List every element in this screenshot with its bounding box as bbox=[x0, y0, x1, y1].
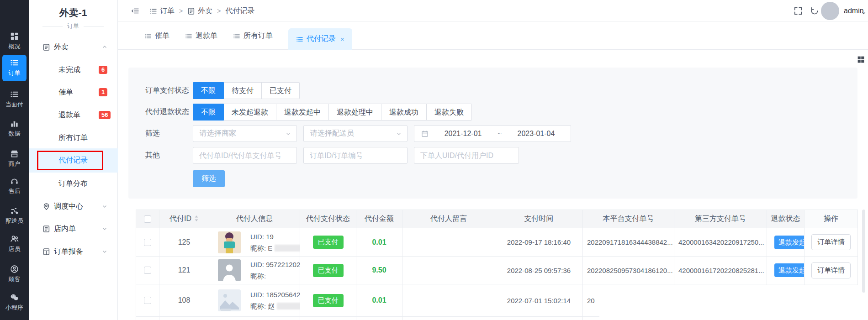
tab-urge-orders[interactable]: 催单 bbox=[144, 22, 169, 50]
payer-avatar-placeholder[interactable] bbox=[218, 259, 241, 281]
sidebar-group-instore-orders[interactable]: 店内单 bbox=[29, 221, 118, 236]
payer-info: UID: 957221202昵称: bbox=[209, 259, 300, 282]
amount: 9.50 bbox=[372, 266, 386, 274]
row-checkbox[interactable] bbox=[144, 297, 151, 304]
payer-message bbox=[402, 228, 495, 257]
data-chart-icon bbox=[10, 119, 19, 128]
breadcrumb-separator: > bbox=[179, 7, 183, 15]
customer-icon bbox=[10, 265, 19, 273]
pay-status-option-paid[interactable]: 已支付 bbox=[262, 82, 300, 99]
date-start[interactable]: 2021-12-01 bbox=[429, 130, 498, 138]
chevron-down-icon bbox=[396, 131, 402, 136]
calendar-icon bbox=[421, 130, 429, 137]
breadcrumb-orders[interactable]: 订单 bbox=[160, 6, 175, 16]
tab-paylog-active[interactable]: 代付记录 × bbox=[288, 28, 352, 50]
filter-submit-button[interactable]: 筛选 bbox=[193, 170, 225, 187]
pay-time: 2022-08-25 09:57:36 bbox=[495, 257, 583, 284]
paylog-id: 121 bbox=[159, 257, 209, 284]
sidebar-item-order-distribution[interactable]: 订单分布 bbox=[29, 176, 118, 191]
breadcrumb-paylog: 代付记录 bbox=[225, 6, 254, 16]
aftersale-headset-icon bbox=[10, 177, 19, 185]
payer-uid: UID: 1852056428 bbox=[250, 291, 300, 299]
col-message: 代付人留言 bbox=[402, 210, 495, 228]
sidebar-group-dispatch-center[interactable]: 调度中心 bbox=[29, 199, 118, 214]
tab-bar: 催单 退款单 所有订单 代付记录 × bbox=[118, 22, 868, 50]
row-checkbox[interactable] bbox=[144, 239, 151, 246]
rail-item-staff[interactable]: 店员 bbox=[0, 235, 29, 253]
order-detail-button[interactable]: 订单详情 bbox=[811, 262, 851, 278]
rail-item-data[interactable]: 数据 bbox=[0, 119, 29, 138]
refund-option-processing[interactable]: 退款处理中 bbox=[329, 104, 381, 121]
list-icon bbox=[296, 36, 303, 43]
payer-message bbox=[402, 257, 495, 284]
third-party-order-no: 420000161720220825281... bbox=[674, 257, 767, 284]
tab-refund-orders[interactable]: 退款单 bbox=[185, 22, 217, 50]
sidebar-section-divider: 订单 bbox=[29, 22, 117, 30]
courier-select[interactable]: 请选择配送员 bbox=[303, 125, 408, 142]
rail-item-couriers[interactable]: 配送员 bbox=[0, 206, 29, 225]
date-end[interactable]: 2023-01-04 bbox=[502, 130, 571, 138]
user-avatar[interactable] bbox=[821, 2, 839, 20]
rail-item-orders[interactable]: 订单 bbox=[2, 55, 26, 81]
chevron-down-icon bbox=[861, 9, 866, 14]
sidebar-item-paylog-active[interactable]: 代付记录 bbox=[29, 148, 118, 173]
report-doc-icon bbox=[42, 248, 50, 256]
col-id[interactable]: 代付ID bbox=[159, 210, 209, 228]
payer-image-placeholder[interactable] bbox=[218, 289, 241, 311]
shop-title: 外卖-1 bbox=[29, 6, 117, 19]
refund-option-not-initiated[interactable]: 未发起退款 bbox=[224, 104, 276, 121]
chevron-down-icon bbox=[102, 226, 107, 231]
breadcrumb-takeout[interactable]: 外卖 bbox=[198, 6, 212, 16]
refund-option-initiating[interactable]: 退款发起中 bbox=[276, 104, 329, 121]
col-amount: 代付金额 bbox=[356, 210, 402, 228]
tab-grid-menu-icon[interactable] bbox=[857, 56, 865, 63]
rail-item-mini-program[interactable]: 小程序 bbox=[0, 293, 29, 312]
chevron-up-icon bbox=[102, 44, 107, 50]
chevron-down-icon bbox=[286, 131, 291, 136]
count-badge: 6 bbox=[99, 66, 107, 74]
redacted-nickname bbox=[275, 245, 300, 252]
refund-option-all[interactable]: 不限 bbox=[193, 104, 224, 121]
select-all-checkbox[interactable] bbox=[144, 215, 151, 223]
payer-avatar[interactable] bbox=[218, 231, 241, 253]
fullscreen-icon[interactable] bbox=[794, 6, 803, 16]
sidebar-group-takeout[interactable]: 外卖 bbox=[29, 40, 118, 54]
filter-panel: 订单支付状态 不限 待支付 已支付 代付退款状态 不限 未发起退款 退款发起中 … bbox=[128, 68, 857, 199]
order-detail-button[interactable]: 订单详情 bbox=[811, 234, 851, 250]
list-icon bbox=[144, 32, 152, 40]
rail-item-merchants[interactable]: 商户 bbox=[0, 149, 29, 168]
rail-item-customers[interactable]: 顾客 bbox=[0, 265, 29, 283]
sort-icon[interactable] bbox=[194, 215, 199, 224]
col-refund-status: 退款状态 bbox=[767, 210, 804, 228]
collapse-sidebar-icon[interactable] bbox=[131, 7, 139, 15]
document-icon bbox=[187, 7, 195, 15]
paylog-id-input[interactable] bbox=[193, 147, 297, 164]
main-area: 订单 > 外卖 > 代付记录 admin 催单 退款单 所有订单 bbox=[118, 0, 868, 320]
refresh-icon[interactable] bbox=[810, 6, 819, 16]
close-tab-icon[interactable]: × bbox=[340, 35, 344, 43]
refund-option-success[interactable]: 退款成功 bbox=[381, 104, 427, 121]
merchant-select[interactable]: 请选择商家 bbox=[193, 125, 297, 142]
order-id-input[interactable] bbox=[303, 147, 408, 164]
sidebar-item-unfinished[interactable]: 未完成 6 bbox=[29, 63, 118, 77]
paylog-id: 125 bbox=[159, 228, 209, 257]
rail-item-face-pay[interactable]: 当面付 bbox=[0, 90, 29, 109]
refund-status-label: 代付退款状态 bbox=[145, 104, 189, 120]
sidebar-item-all-orders[interactable]: 所有订单 bbox=[29, 131, 118, 145]
pay-status-option-all[interactable]: 不限 bbox=[193, 82, 224, 99]
dashboard-icon bbox=[10, 32, 19, 41]
sidebar-item-urge-orders[interactable]: 催单 1 bbox=[29, 85, 118, 100]
date-range-picker[interactable]: 2021-12-01 ~ 2023-01-04 bbox=[414, 125, 571, 142]
refund-option-failed[interactable]: 退款失败 bbox=[427, 104, 472, 121]
rail-item-overview[interactable]: 概况 bbox=[0, 32, 29, 51]
payer-message bbox=[402, 284, 495, 317]
sidebar-group-order-report[interactable]: 订单报备 bbox=[29, 244, 118, 259]
uid-input[interactable] bbox=[414, 147, 519, 164]
vertical-scrollbar[interactable] bbox=[862, 210, 865, 293]
platform-order-no: 202208250957304186120... bbox=[583, 257, 674, 284]
tab-all-orders[interactable]: 所有订单 bbox=[233, 22, 273, 50]
row-checkbox[interactable] bbox=[144, 267, 151, 274]
pay-status-option-unpaid[interactable]: 待支付 bbox=[224, 82, 262, 99]
rail-item-aftersale[interactable]: 售后 bbox=[0, 177, 29, 195]
sidebar-item-refund-orders[interactable]: 退款单 56 bbox=[29, 108, 118, 122]
